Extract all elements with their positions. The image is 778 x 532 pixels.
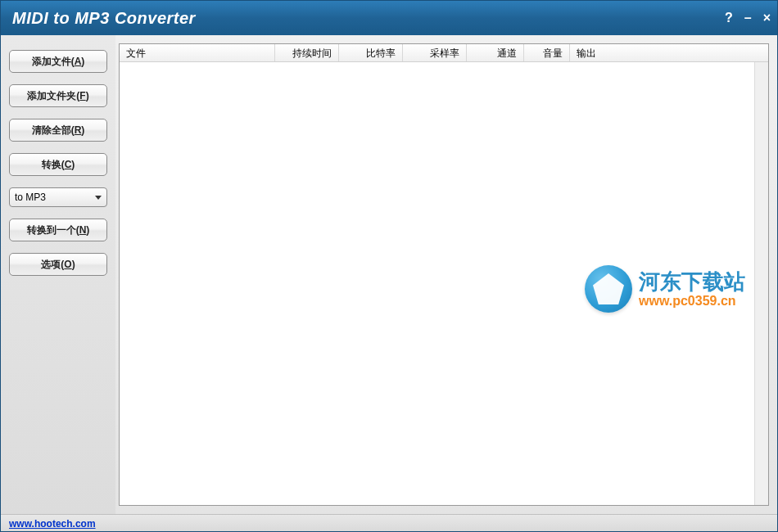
minimize-icon[interactable]: – — [744, 11, 752, 25]
add-folder-button[interactable]: 添加文件夹(F) — [9, 84, 107, 107]
watermark-line2: www.pc0359.cn — [639, 294, 745, 309]
convert-to-one-button[interactable]: 转换到一个(N) — [9, 219, 107, 241]
format-select[interactable]: to MP3 — [9, 187, 107, 207]
convert-button[interactable]: 转换(C) — [9, 153, 107, 176]
watermark-line1: 河东下载站 — [639, 270, 745, 294]
window-controls: ? – × — [725, 11, 771, 25]
app-title: MIDI to MP3 Converter — [12, 9, 725, 28]
remove-all-button[interactable]: 清除全部(R) — [9, 119, 107, 142]
help-icon[interactable]: ? — [725, 11, 733, 25]
content-area: 文件 持续时间 比特率 采样率 通道 音量 输出 河东下载站 www.pc035… — [115, 35, 777, 514]
convert-to-one-label: 转换到一个(N) — [27, 223, 90, 237]
vertical-scrollbar[interactable] — [754, 62, 768, 505]
watermark: 河东下载站 www.pc0359.cn — [585, 265, 745, 313]
options-button[interactable]: 选项(O) — [9, 253, 107, 276]
add-file-button[interactable]: 添加文件(A) — [9, 50, 107, 73]
sidebar: 添加文件(A) 添加文件夹(F) 清除全部(R) 转换(C) to MP3 转换… — [1, 35, 115, 514]
table-body[interactable]: 河东下载站 www.pc0359.cn — [120, 62, 768, 505]
table-header: 文件 持续时间 比特率 采样率 通道 音量 输出 — [120, 44, 768, 62]
col-channel[interactable]: 通道 — [467, 44, 524, 61]
chevron-down-icon — [95, 196, 102, 200]
col-output[interactable]: 输出 — [570, 44, 768, 61]
add-folder-label: 添加文件夹(F) — [27, 89, 88, 103]
footer-link[interactable]: www.hootech.com — [9, 518, 96, 530]
close-icon[interactable]: × — [763, 11, 771, 25]
file-table: 文件 持续时间 比特率 采样率 通道 音量 输出 河东下载站 www.pc035… — [119, 43, 769, 506]
format-select-value: to MP3 — [15, 192, 46, 203]
col-samplerate[interactable]: 采样率 — [403, 44, 467, 61]
convert-label: 转换(C) — [42, 158, 75, 172]
footer: www.hootech.com — [1, 514, 777, 532]
col-duration[interactable]: 持续时间 — [275, 44, 339, 61]
col-bitrate[interactable]: 比特率 — [339, 44, 403, 61]
remove-all-label: 清除全部(R) — [32, 124, 85, 138]
add-file-label: 添加文件(A) — [32, 55, 85, 69]
options-label: 选项(O) — [41, 258, 75, 272]
titlebar: MIDI to MP3 Converter ? – × — [1, 1, 777, 35]
main-area: 添加文件(A) 添加文件夹(F) 清除全部(R) 转换(C) to MP3 转换… — [1, 35, 777, 514]
watermark-text: 河东下载站 www.pc0359.cn — [639, 270, 745, 308]
watermark-logo-icon — [585, 265, 632, 313]
col-volume[interactable]: 音量 — [524, 44, 570, 61]
col-file[interactable]: 文件 — [120, 44, 275, 61]
